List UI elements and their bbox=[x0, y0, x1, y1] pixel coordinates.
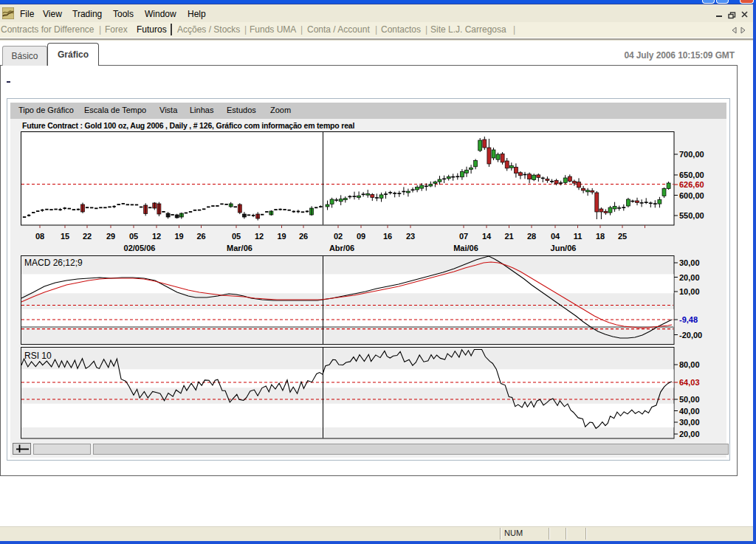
svg-text:11: 11 bbox=[574, 232, 583, 241]
svg-text:50,00: 50,00 bbox=[679, 395, 700, 404]
svg-text:09: 09 bbox=[357, 232, 365, 241]
svg-text:64,03: 64,03 bbox=[679, 378, 700, 387]
svg-text:04: 04 bbox=[551, 232, 560, 241]
svg-text:40,00: 40,00 bbox=[679, 407, 700, 416]
svg-text:19: 19 bbox=[277, 232, 286, 241]
svg-text:07: 07 bbox=[459, 232, 468, 241]
svg-text:Abr/06: Abr/06 bbox=[329, 244, 354, 252]
svg-text:-20,00: -20,00 bbox=[679, 331, 702, 340]
svg-text:08: 08 bbox=[35, 232, 44, 241]
svg-text:MACD 26;12;9: MACD 26;12;9 bbox=[24, 258, 83, 268]
svg-text:14: 14 bbox=[482, 232, 492, 241]
svg-text:19: 19 bbox=[174, 232, 183, 241]
svg-text:12: 12 bbox=[152, 232, 161, 241]
svg-text:30,00: 30,00 bbox=[679, 258, 700, 267]
svg-text:600,00: 600,00 bbox=[679, 191, 704, 200]
svg-text:20,00: 20,00 bbox=[679, 273, 700, 282]
svg-text:10,00: 10,00 bbox=[679, 287, 700, 296]
svg-text:30,00: 30,00 bbox=[679, 418, 700, 427]
svg-text:Mar/06: Mar/06 bbox=[227, 244, 252, 252]
svg-text:18: 18 bbox=[596, 232, 605, 241]
svg-text:02/05/06: 02/05/06 bbox=[124, 244, 156, 252]
svg-text:23: 23 bbox=[406, 232, 415, 241]
svg-text:80,00: 80,00 bbox=[679, 360, 700, 369]
svg-text:26: 26 bbox=[196, 232, 205, 241]
svg-text:650,00: 650,00 bbox=[679, 171, 704, 179]
svg-text:28: 28 bbox=[527, 232, 536, 241]
svg-text:05: 05 bbox=[129, 232, 138, 241]
svg-text:Mai/06: Mai/06 bbox=[453, 244, 478, 252]
svg-text:16: 16 bbox=[383, 232, 392, 241]
svg-text:RSI 10: RSI 10 bbox=[24, 351, 52, 361]
svg-text:-9,48: -9,48 bbox=[679, 315, 698, 324]
svg-text:29: 29 bbox=[106, 232, 115, 241]
svg-text:15: 15 bbox=[61, 232, 69, 241]
svg-text:12: 12 bbox=[255, 232, 264, 241]
svg-text:626,60: 626,60 bbox=[679, 180, 704, 189]
svg-text:05: 05 bbox=[232, 232, 241, 241]
svg-text:550,00: 550,00 bbox=[679, 211, 704, 220]
svg-text:20,00: 20,00 bbox=[679, 430, 700, 438]
svg-text:02: 02 bbox=[334, 232, 343, 241]
svg-text:22: 22 bbox=[83, 232, 92, 241]
svg-text:21: 21 bbox=[504, 232, 513, 241]
svg-text:26: 26 bbox=[299, 232, 308, 241]
svg-text:Jun/06: Jun/06 bbox=[551, 244, 577, 252]
svg-text:700,00: 700,00 bbox=[679, 150, 704, 159]
svg-text:25: 25 bbox=[618, 232, 627, 241]
